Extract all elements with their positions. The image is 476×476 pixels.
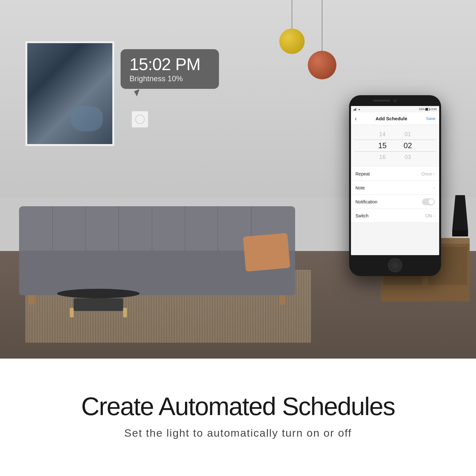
phone-wrapper: ▲ 53% 3:03 ‹ Add Schedul	[349, 95, 441, 276]
pendant-cord-gold	[292, 0, 292, 29]
minute-selected[interactable]: 02	[395, 140, 420, 151]
toggle-knob	[428, 199, 434, 205]
phone-camera	[393, 99, 397, 102]
notification-toggle[interactable]	[422, 198, 435, 205]
pendant-shade-gold	[279, 29, 305, 54]
phone-screen: ▲ 53% 3:03 ‹ Add Schedul	[351, 106, 439, 255]
status-bar: ▲ 53% 3:03	[351, 106, 439, 112]
pendant-cord-copper	[322, 0, 322, 51]
back-button[interactable]: ‹	[355, 115, 357, 122]
phone-speaker	[373, 100, 390, 102]
phone-frame: ▲ 53% 3:03 ‹ Add Schedul	[349, 95, 441, 276]
vase-body	[452, 195, 468, 230]
subheadline: Set the light to automatically turn on o…	[124, 426, 352, 441]
hour-selected[interactable]: 15	[370, 140, 395, 151]
hour-prev[interactable]: 14	[370, 129, 395, 140]
black-vase	[452, 195, 468, 236]
settings-list: Repeat Once › Note ›	[351, 167, 439, 223]
note-value-group: ›	[433, 185, 435, 190]
svg-rect-0	[354, 109, 354, 111]
table-leg-2	[123, 308, 127, 317]
switch-chevron: ›	[433, 213, 435, 218]
status-right: 53% 3:03	[419, 108, 437, 111]
battery-pct: 53%	[419, 108, 425, 111]
table-leg-1	[70, 308, 74, 317]
painting-mark	[71, 106, 103, 131]
note-row[interactable]: Note ›	[351, 181, 439, 195]
status-left: ▲	[354, 108, 360, 111]
coffee-table-base	[74, 298, 123, 311]
sofa-leg-left	[29, 295, 35, 305]
minute-next[interactable]: 03	[395, 151, 420, 163]
headline: Create Automated Schedules	[81, 394, 395, 419]
switch-value: ON	[425, 213, 432, 218]
time-picker[interactable]: 14 15 16 01 02 03	[351, 125, 439, 166]
note-chevron: ›	[433, 185, 435, 190]
coffee-table-top	[57, 289, 140, 298]
status-time: 3:03	[431, 108, 437, 111]
repeat-label: Repeat	[355, 171, 370, 176]
vase-base	[452, 230, 468, 236]
coffee-table	[57, 289, 140, 317]
wifi-icon: ▲	[358, 108, 360, 111]
svg-rect-6	[426, 108, 428, 110]
switch-label: Switch	[355, 213, 368, 218]
pendant-copper	[308, 0, 336, 79]
header-title: Add Schedule	[376, 116, 407, 121]
svg-rect-2	[355, 108, 356, 111]
pendant-gold	[279, 0, 305, 54]
repeat-value: Once	[421, 171, 432, 176]
home-button[interactable]	[388, 258, 402, 272]
repeat-row[interactable]: Repeat Once ›	[351, 167, 439, 181]
svg-rect-1	[354, 109, 355, 111]
repeat-value-group: Once ›	[421, 171, 435, 176]
bubble-brightness: Brightness 10%	[129, 74, 210, 83]
photo-section: 15:02 PM Brightness 10% ▲	[0, 0, 476, 359]
minute-prev[interactable]: 01	[395, 129, 420, 140]
smart-switch	[132, 111, 148, 128]
painting	[25, 41, 114, 146]
note-label: Note	[355, 185, 365, 190]
sofa	[19, 206, 295, 295]
signal-icon	[354, 108, 357, 111]
battery-icon	[425, 108, 430, 111]
switch-row[interactable]: Switch ON ›	[351, 209, 439, 223]
app-header: ‹ Add Schedule Save	[351, 112, 439, 125]
smart-switch-inner	[135, 115, 145, 124]
repeat-chevron: ›	[433, 171, 435, 176]
svg-rect-3	[356, 108, 357, 111]
bubble-time: 15:02 PM	[129, 55, 210, 74]
hour-next[interactable]: 16	[370, 151, 395, 163]
switch-value-group: ON ›	[425, 213, 435, 218]
save-button[interactable]: Save	[426, 116, 435, 121]
blanket	[243, 233, 290, 272]
svg-rect-5	[430, 109, 430, 110]
notification-row[interactable]: Notification	[351, 195, 439, 209]
speech-bubble: 15:02 PM Brightness 10%	[121, 49, 219, 89]
sofa-leg-right	[279, 295, 286, 305]
notification-label: Notification	[355, 199, 377, 204]
text-section: Create Automated Schedules Set the light…	[0, 359, 476, 476]
hour-column[interactable]: 14 15 16	[370, 129, 395, 163]
minute-column[interactable]: 01 02 03	[395, 129, 420, 163]
pendant-shade-copper	[308, 51, 336, 79]
